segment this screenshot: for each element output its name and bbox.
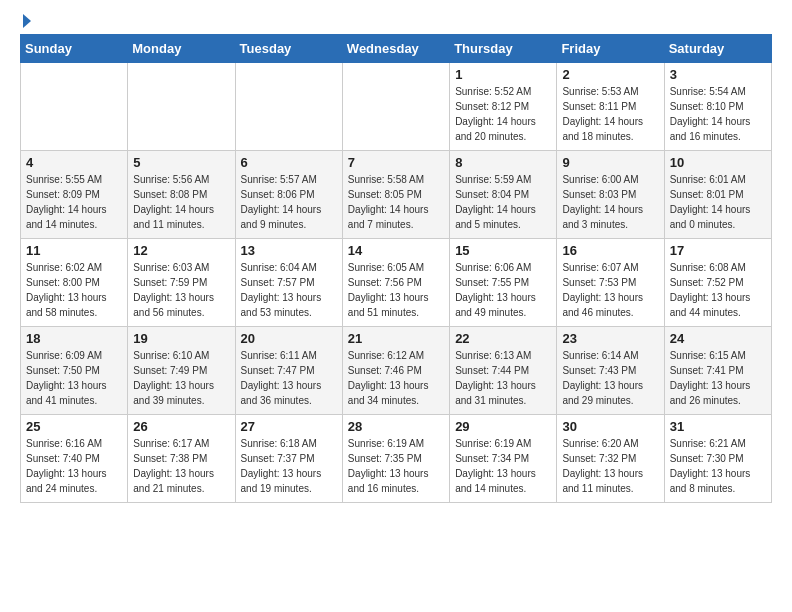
day-info: Sunrise: 6:05 AMSunset: 7:56 PMDaylight:… (348, 260, 444, 320)
day-info: Sunrise: 6:02 AMSunset: 8:00 PMDaylight:… (26, 260, 122, 320)
day-info: Sunrise: 6:04 AMSunset: 7:57 PMDaylight:… (241, 260, 337, 320)
calendar-cell: 2Sunrise: 5:53 AMSunset: 8:11 PMDaylight… (557, 63, 664, 151)
weekday-header-tuesday: Tuesday (235, 35, 342, 63)
day-info: Sunrise: 6:00 AMSunset: 8:03 PMDaylight:… (562, 172, 658, 232)
calendar-cell: 28Sunrise: 6:19 AMSunset: 7:35 PMDayligh… (342, 415, 449, 503)
calendar-cell: 14Sunrise: 6:05 AMSunset: 7:56 PMDayligh… (342, 239, 449, 327)
day-info: Sunrise: 5:58 AMSunset: 8:05 PMDaylight:… (348, 172, 444, 232)
day-number: 31 (670, 419, 766, 434)
day-info: Sunrise: 5:52 AMSunset: 8:12 PMDaylight:… (455, 84, 551, 144)
calendar-cell: 17Sunrise: 6:08 AMSunset: 7:52 PMDayligh… (664, 239, 771, 327)
calendar-cell: 29Sunrise: 6:19 AMSunset: 7:34 PMDayligh… (450, 415, 557, 503)
calendar-cell: 23Sunrise: 6:14 AMSunset: 7:43 PMDayligh… (557, 327, 664, 415)
calendar-cell (21, 63, 128, 151)
calendar-cell: 4Sunrise: 5:55 AMSunset: 8:09 PMDaylight… (21, 151, 128, 239)
calendar-cell: 26Sunrise: 6:17 AMSunset: 7:38 PMDayligh… (128, 415, 235, 503)
day-number: 26 (133, 419, 229, 434)
weekday-header-friday: Friday (557, 35, 664, 63)
calendar-table: SundayMondayTuesdayWednesdayThursdayFrid… (20, 34, 772, 503)
day-info: Sunrise: 6:09 AMSunset: 7:50 PMDaylight:… (26, 348, 122, 408)
weekday-header-monday: Monday (128, 35, 235, 63)
day-number: 19 (133, 331, 229, 346)
calendar-week-row: 11Sunrise: 6:02 AMSunset: 8:00 PMDayligh… (21, 239, 772, 327)
weekday-header-row: SundayMondayTuesdayWednesdayThursdayFrid… (21, 35, 772, 63)
day-number: 7 (348, 155, 444, 170)
day-info: Sunrise: 6:01 AMSunset: 8:01 PMDaylight:… (670, 172, 766, 232)
day-number: 25 (26, 419, 122, 434)
calendar-cell: 3Sunrise: 5:54 AMSunset: 8:10 PMDaylight… (664, 63, 771, 151)
weekday-header-sunday: Sunday (21, 35, 128, 63)
day-info: Sunrise: 6:15 AMSunset: 7:41 PMDaylight:… (670, 348, 766, 408)
day-info: Sunrise: 6:03 AMSunset: 7:59 PMDaylight:… (133, 260, 229, 320)
calendar-cell: 12Sunrise: 6:03 AMSunset: 7:59 PMDayligh… (128, 239, 235, 327)
calendar-cell: 9Sunrise: 6:00 AMSunset: 8:03 PMDaylight… (557, 151, 664, 239)
calendar-cell: 13Sunrise: 6:04 AMSunset: 7:57 PMDayligh… (235, 239, 342, 327)
calendar-cell: 8Sunrise: 5:59 AMSunset: 8:04 PMDaylight… (450, 151, 557, 239)
day-info: Sunrise: 6:13 AMSunset: 7:44 PMDaylight:… (455, 348, 551, 408)
day-number: 12 (133, 243, 229, 258)
day-number: 11 (26, 243, 122, 258)
day-number: 4 (26, 155, 122, 170)
day-number: 2 (562, 67, 658, 82)
day-info: Sunrise: 6:16 AMSunset: 7:40 PMDaylight:… (26, 436, 122, 496)
day-number: 24 (670, 331, 766, 346)
calendar-week-row: 4Sunrise: 5:55 AMSunset: 8:09 PMDaylight… (21, 151, 772, 239)
calendar-cell: 19Sunrise: 6:10 AMSunset: 7:49 PMDayligh… (128, 327, 235, 415)
calendar-cell (128, 63, 235, 151)
calendar-cell: 20Sunrise: 6:11 AMSunset: 7:47 PMDayligh… (235, 327, 342, 415)
day-info: Sunrise: 6:18 AMSunset: 7:37 PMDaylight:… (241, 436, 337, 496)
weekday-header-wednesday: Wednesday (342, 35, 449, 63)
day-number: 22 (455, 331, 551, 346)
calendar-cell (235, 63, 342, 151)
day-number: 16 (562, 243, 658, 258)
calendar-cell: 10Sunrise: 6:01 AMSunset: 8:01 PMDayligh… (664, 151, 771, 239)
day-number: 18 (26, 331, 122, 346)
day-info: Sunrise: 6:17 AMSunset: 7:38 PMDaylight:… (133, 436, 229, 496)
day-info: Sunrise: 6:21 AMSunset: 7:30 PMDaylight:… (670, 436, 766, 496)
day-info: Sunrise: 6:19 AMSunset: 7:34 PMDaylight:… (455, 436, 551, 496)
day-number: 15 (455, 243, 551, 258)
day-info: Sunrise: 6:11 AMSunset: 7:47 PMDaylight:… (241, 348, 337, 408)
weekday-header-saturday: Saturday (664, 35, 771, 63)
day-info: Sunrise: 6:08 AMSunset: 7:52 PMDaylight:… (670, 260, 766, 320)
day-info: Sunrise: 6:20 AMSunset: 7:32 PMDaylight:… (562, 436, 658, 496)
day-number: 14 (348, 243, 444, 258)
day-info: Sunrise: 6:19 AMSunset: 7:35 PMDaylight:… (348, 436, 444, 496)
day-info: Sunrise: 6:07 AMSunset: 7:53 PMDaylight:… (562, 260, 658, 320)
day-number: 21 (348, 331, 444, 346)
day-number: 28 (348, 419, 444, 434)
calendar-cell: 21Sunrise: 6:12 AMSunset: 7:46 PMDayligh… (342, 327, 449, 415)
day-info: Sunrise: 6:14 AMSunset: 7:43 PMDaylight:… (562, 348, 658, 408)
day-number: 13 (241, 243, 337, 258)
calendar-cell: 18Sunrise: 6:09 AMSunset: 7:50 PMDayligh… (21, 327, 128, 415)
day-number: 17 (670, 243, 766, 258)
day-number: 10 (670, 155, 766, 170)
day-info: Sunrise: 6:06 AMSunset: 7:55 PMDaylight:… (455, 260, 551, 320)
calendar-cell: 30Sunrise: 6:20 AMSunset: 7:32 PMDayligh… (557, 415, 664, 503)
calendar-cell: 22Sunrise: 6:13 AMSunset: 7:44 PMDayligh… (450, 327, 557, 415)
logo (20, 16, 31, 28)
calendar-cell: 6Sunrise: 5:57 AMSunset: 8:06 PMDaylight… (235, 151, 342, 239)
calendar-week-row: 25Sunrise: 6:16 AMSunset: 7:40 PMDayligh… (21, 415, 772, 503)
calendar-cell: 27Sunrise: 6:18 AMSunset: 7:37 PMDayligh… (235, 415, 342, 503)
day-number: 3 (670, 67, 766, 82)
day-info: Sunrise: 5:59 AMSunset: 8:04 PMDaylight:… (455, 172, 551, 232)
day-number: 9 (562, 155, 658, 170)
calendar-cell: 11Sunrise: 6:02 AMSunset: 8:00 PMDayligh… (21, 239, 128, 327)
calendar-cell (342, 63, 449, 151)
calendar-week-row: 1Sunrise: 5:52 AMSunset: 8:12 PMDaylight… (21, 63, 772, 151)
day-number: 20 (241, 331, 337, 346)
day-info: Sunrise: 5:54 AMSunset: 8:10 PMDaylight:… (670, 84, 766, 144)
calendar-cell: 25Sunrise: 6:16 AMSunset: 7:40 PMDayligh… (21, 415, 128, 503)
calendar-cell: 15Sunrise: 6:06 AMSunset: 7:55 PMDayligh… (450, 239, 557, 327)
day-info: Sunrise: 5:53 AMSunset: 8:11 PMDaylight:… (562, 84, 658, 144)
day-number: 29 (455, 419, 551, 434)
day-info: Sunrise: 5:55 AMSunset: 8:09 PMDaylight:… (26, 172, 122, 232)
day-number: 27 (241, 419, 337, 434)
day-number: 1 (455, 67, 551, 82)
page-header (20, 16, 772, 28)
calendar-cell: 16Sunrise: 6:07 AMSunset: 7:53 PMDayligh… (557, 239, 664, 327)
day-number: 23 (562, 331, 658, 346)
weekday-header-thursday: Thursday (450, 35, 557, 63)
logo-arrow-icon (23, 14, 31, 28)
